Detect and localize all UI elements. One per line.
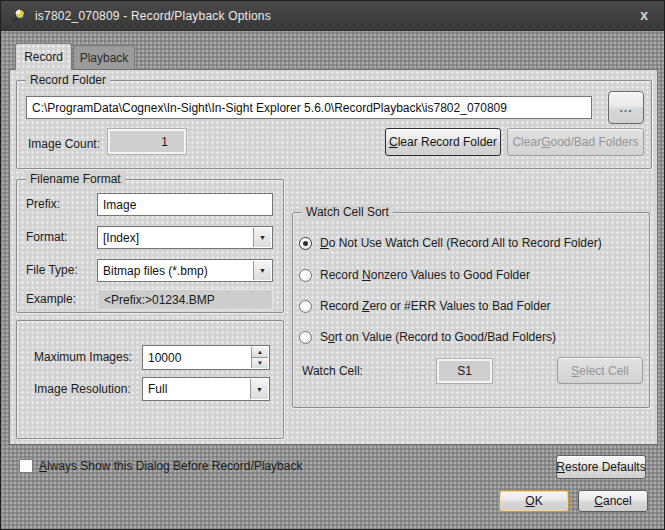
title-bar: is7802_070809 - Record/Playback Options …: [1, 1, 664, 31]
clear-record-folder-button[interactable]: Clear Record Folder: [385, 128, 501, 156]
image-count-label: Image Count:: [28, 133, 100, 155]
file-type-label: File Type:: [26, 259, 78, 282]
always-show-checkbox[interactable]: [19, 459, 33, 473]
app-icon: [11, 8, 27, 24]
example-label: Example:: [26, 289, 76, 310]
radio-label: Record Nonzero Values to Good Folder: [320, 268, 530, 282]
image-resolution-dropdown[interactable]: Full ▼: [142, 377, 270, 401]
format-label: Format:: [26, 226, 67, 249]
close-icon[interactable]: x: [640, 6, 648, 24]
radio-label: Record Zero or #ERR Values to Bad Folder: [320, 299, 551, 313]
maximum-images-value: 10000: [148, 351, 181, 365]
restore-defaults-button[interactable]: Restore Defaults: [556, 455, 646, 479]
watch-cell-value: S1: [437, 359, 492, 383]
chevron-down-icon[interactable]: ▼: [253, 228, 271, 247]
ok-button[interactable]: OK: [499, 490, 569, 512]
file-type-dropdown[interactable]: Bitmap files (*.bmp) ▼: [97, 259, 273, 282]
clear-goodbad-folders-button: Clear Good/Bad Folders: [507, 128, 644, 156]
watch-cell-label: Watch Cell:: [302, 359, 363, 383]
chevron-down-icon[interactable]: ▼: [250, 379, 268, 399]
always-show-checkbox-label[interactable]: Always Show this Dialog Before Record/Pl…: [39, 459, 302, 474]
image-resolution-label: Image Resolution:: [34, 377, 131, 401]
file-type-dropdown-value: Bitmap files (*.bmp): [103, 264, 208, 278]
filename-format-group-title: Filename Format: [26, 172, 125, 186]
radio-icon[interactable]: [299, 237, 312, 250]
radio-label: Sort on Value (Record to Good/Bad Folder…: [320, 330, 556, 344]
browse-folder-button[interactable]: ...: [608, 91, 644, 124]
select-cell-button: Select Cell: [557, 357, 643, 384]
radio-label: Do Not Use Watch Cell (Record All to Rec…: [320, 236, 602, 250]
watch-cell-sort-group-title: Watch Cell Sort: [302, 205, 393, 219]
chevron-down-icon[interactable]: ▼: [252, 358, 268, 368]
chevron-up-icon[interactable]: ▲: [252, 347, 268, 358]
tab-playback[interactable]: Playback: [73, 45, 135, 70]
example-value: <Prefix:>01234.BMP: [97, 289, 273, 310]
radio-record-zero-bad[interactable]: Record Zero or #ERR Values to Bad Folder: [299, 299, 551, 313]
radio-record-nonzero-good[interactable]: Record Nonzero Values to Good Folder: [299, 268, 530, 282]
radio-sort-on-value[interactable]: Sort on Value (Record to Good/Bad Folder…: [299, 330, 556, 344]
radio-icon[interactable]: [299, 331, 312, 344]
radio-icon[interactable]: [299, 300, 312, 313]
record-playback-options-dialog: is7802_070809 - Record/Playback Options …: [0, 0, 665, 530]
image-resolution-value: Full: [148, 382, 167, 396]
cancel-button[interactable]: Cancel: [578, 490, 648, 512]
record-folder-group-title: Record Folder: [26, 73, 110, 87]
window-title: is7802_070809 - Record/Playback Options: [35, 9, 271, 23]
image-count-value: 1: [108, 129, 186, 154]
chevron-down-icon[interactable]: ▼: [253, 261, 271, 280]
format-dropdown[interactable]: [Index] ▼: [97, 226, 273, 249]
radio-do-not-use-watch-cell[interactable]: Do Not Use Watch Cell (Record All to Rec…: [299, 236, 602, 250]
maximum-images-label: Maximum Images:: [34, 345, 132, 370]
tab-record[interactable]: Record: [15, 43, 72, 70]
record-tab-page: Record Folder ... Image Count: 1 Clear R…: [9, 69, 658, 445]
prefix-label: Prefix:: [26, 193, 60, 216]
record-folder-path-input[interactable]: [26, 96, 592, 119]
prefix-input[interactable]: [97, 193, 273, 216]
format-dropdown-value: [Index]: [103, 231, 139, 245]
radio-icon[interactable]: [299, 269, 312, 282]
stepper-buttons[interactable]: ▲▼: [251, 347, 268, 368]
maximum-images-stepper[interactable]: 10000 ▲▼: [142, 345, 270, 370]
